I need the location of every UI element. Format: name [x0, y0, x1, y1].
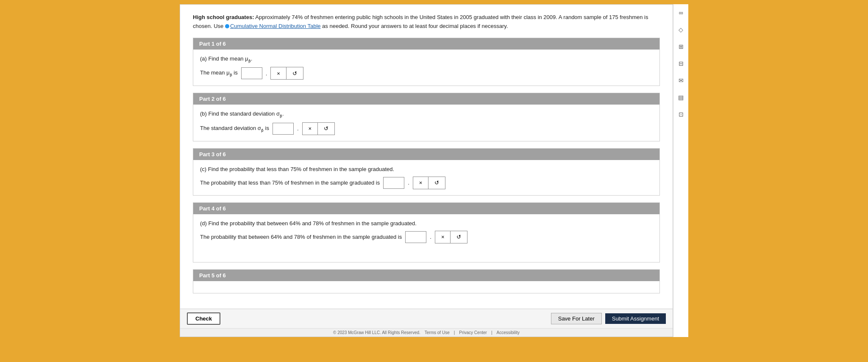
part-3-btn-group: × ↺ — [413, 177, 446, 189]
submit-assignment-button[interactable]: Submit Assignment — [605, 313, 666, 324]
part-3-input[interactable] — [383, 177, 404, 189]
part-4-question: (d) Find the probability that between 64… — [200, 220, 653, 227]
part-2-header: Part 2 of 6 — [193, 93, 659, 105]
save-for-later-button[interactable]: Save For Later — [551, 313, 602, 324]
part-2-section: Part 2 of 6 (b) Find the standard deviat… — [193, 93, 660, 141]
part-1-question: (a) Find the mean μp̂. — [200, 55, 653, 63]
copyright-bar: © 2023 McGraw Hill LLC. All Rights Reser… — [180, 328, 673, 337]
part-5-header: Part 5 of 6 — [193, 270, 659, 281]
sidebar-infinity-icon[interactable]: ∞ — [676, 8, 686, 18]
terms-link[interactable]: Terms of Use — [425, 330, 450, 335]
part-1-header: Part 1 of 6 — [193, 38, 659, 50]
intro-body2: as needed. Round your answers to at leas… — [321, 23, 508, 29]
sidebar-grid-icon[interactable]: ⊞ — [676, 41, 686, 52]
sidebar-icons: ∞ ◇ ⊞ ⊟ ✉ ▤ ⊡ — [673, 4, 688, 337]
footer-bar: Check Save For Later Submit Assignment — [180, 309, 673, 328]
part-5-section: Part 5 of 6 — [193, 269, 660, 293]
copyright-separator2: | — [491, 330, 492, 335]
sidebar-diamond-icon[interactable]: ◇ — [676, 25, 686, 35]
part-1-input[interactable] — [241, 67, 262, 79]
part-4-input[interactable] — [405, 231, 426, 243]
intro-text: High school graduates: Approximately 74%… — [193, 13, 660, 31]
part-2-answer-label: The standard deviation σp̂ is — [200, 125, 269, 133]
part-4-btn-group: × ↺ — [435, 231, 468, 243]
part-4-answer-label: The probability that between 64% and 78%… — [200, 234, 402, 240]
part-3-header: Part 3 of 6 — [193, 149, 659, 160]
part-1-clear-button[interactable]: × — [271, 67, 287, 79]
part-1-section: Part 1 of 6 (a) Find the mean μp̂. The m… — [193, 38, 660, 86]
part-2-btn-group: × ↺ — [302, 122, 335, 135]
intro-bold: High school graduates: — [193, 14, 254, 20]
distribution-table-link[interactable]: Cumulative Normal Distribution Table — [230, 23, 321, 29]
part-1-btn-group: × ↺ — [270, 67, 303, 80]
part-3-clear-button[interactable]: × — [413, 177, 429, 189]
copyright-separator1: | — [454, 330, 455, 335]
accessibility-link[interactable]: Accessibility — [497, 330, 520, 335]
part-3-section: Part 3 of 6 (c) Find the probability tha… — [193, 148, 660, 196]
part-3-question: (c) Find the probability that less than … — [200, 166, 653, 172]
part-1-reload-button[interactable]: ↺ — [287, 67, 303, 79]
sidebar-box-icon[interactable]: ⊡ — [676, 109, 686, 119]
part-2-question: (b) Find the standard deviation σp̂. — [200, 111, 653, 118]
part-2-input[interactable] — [273, 123, 294, 135]
privacy-link[interactable]: Privacy Center — [459, 330, 487, 335]
part-1-answer-label: The mean μp̂ is — [200, 69, 238, 77]
part-4-clear-button[interactable]: × — [435, 231, 451, 243]
copyright-text: © 2023 McGraw Hill LLC. All Rights Reser… — [333, 330, 420, 335]
part-4-section: Part 4 of 6 (d) Find the probability tha… — [193, 202, 660, 263]
part-2-clear-button[interactable]: × — [303, 123, 318, 135]
part-3-period: . — [408, 180, 409, 186]
part-3-answer-label: The probability that less than 75% of fr… — [200, 180, 380, 186]
part-4-reload-button[interactable]: ↺ — [451, 231, 467, 243]
sidebar-chart-icon[interactable]: ▤ — [676, 92, 686, 102]
part-2-period: . — [297, 125, 299, 132]
part-2-reload-button[interactable]: ↺ — [318, 123, 334, 135]
part-4-period: . — [430, 234, 431, 240]
link-icon — [225, 24, 229, 28]
sidebar-mail-icon[interactable]: ✉ — [676, 75, 686, 86]
part-3-reload-button[interactable]: ↺ — [428, 177, 445, 189]
check-button[interactable]: Check — [187, 312, 220, 325]
sidebar-table-icon[interactable]: ⊟ — [676, 58, 686, 69]
part-4-header: Part 4 of 6 — [193, 203, 659, 214]
part-1-period: . — [266, 70, 267, 77]
